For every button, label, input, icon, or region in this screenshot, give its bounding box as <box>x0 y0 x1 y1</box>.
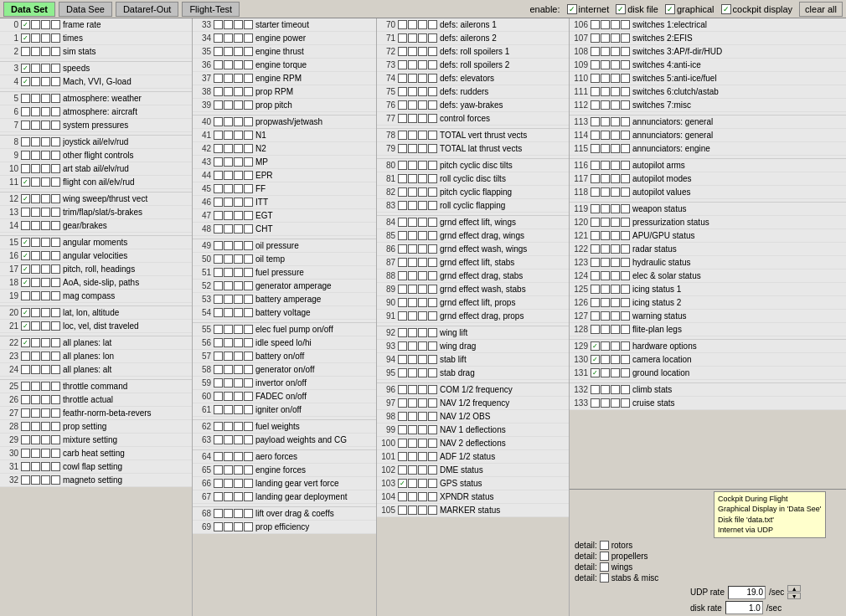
row-checkbox[interactable] <box>244 522 253 531</box>
row-checkbox[interactable] <box>601 368 610 377</box>
row-checkbox[interactable] <box>21 47 30 56</box>
row-checkbox[interactable] <box>611 100 620 110</box>
row-checkbox[interactable] <box>408 479 417 488</box>
row-checkbox[interactable] <box>224 74 233 83</box>
row-checkbox[interactable] <box>408 425 417 434</box>
row-checkbox[interactable] <box>234 224 243 234</box>
row-checkbox[interactable] <box>611 258 620 267</box>
row-checkbox[interactable] <box>621 298 630 307</box>
row-checkbox[interactable] <box>214 254 223 264</box>
row-checkbox[interactable] <box>21 449 30 458</box>
row-checkbox[interactable] <box>244 405 253 414</box>
row-checkbox[interactable] <box>611 131 620 140</box>
row-checkbox[interactable] <box>418 425 427 434</box>
row-checkbox[interactable] <box>621 33 630 43</box>
row-checkbox[interactable] <box>428 87 437 96</box>
row-checkbox[interactable] <box>611 271 620 280</box>
row-checkbox[interactable] <box>224 20 233 29</box>
row-checkbox[interactable] <box>408 298 417 307</box>
row-checkbox[interactable] <box>234 268 243 277</box>
row-checkbox[interactable] <box>41 382 50 391</box>
row-checkbox[interactable] <box>31 435 40 444</box>
row-checkbox[interactable] <box>234 308 243 317</box>
row-checkbox[interactable] <box>244 435 253 444</box>
row-checkbox[interactable] <box>408 33 417 43</box>
row-checkbox[interactable] <box>31 77 40 86</box>
row-checkbox[interactable] <box>591 244 600 254</box>
row-checkbox[interactable] <box>31 251 40 260</box>
row-checkbox[interactable] <box>408 20 417 29</box>
row-checkbox[interactable] <box>224 405 233 414</box>
row-checkbox[interactable] <box>51 47 60 56</box>
row-checkbox[interactable] <box>31 64 40 73</box>
row-checkbox[interactable] <box>31 462 40 471</box>
row-checkbox[interactable] <box>214 522 223 531</box>
row-checkbox[interactable] <box>601 398 610 408</box>
row-checkbox[interactable] <box>41 408 50 418</box>
row-checkbox[interactable] <box>244 20 253 29</box>
row-checkbox[interactable] <box>244 198 253 207</box>
row-checkbox[interactable] <box>21 264 30 274</box>
row-checkbox[interactable] <box>21 291 30 300</box>
row-checkbox[interactable] <box>600 541 609 550</box>
row-checkbox[interactable] <box>418 174 427 183</box>
row-checkbox[interactable] <box>408 271 417 280</box>
row-checkbox[interactable] <box>398 114 407 123</box>
row-checkbox[interactable] <box>398 60 407 69</box>
row-checkbox[interactable] <box>621 325 630 334</box>
row-checkbox[interactable] <box>224 117 233 126</box>
row-checkbox[interactable] <box>408 131 417 140</box>
row-checkbox[interactable] <box>408 201 417 210</box>
row-checkbox[interactable] <box>234 74 243 83</box>
row-checkbox[interactable] <box>408 368 417 377</box>
row-checkbox[interactable] <box>214 20 223 29</box>
row-checkbox[interactable] <box>428 412 437 421</box>
row-checkbox[interactable] <box>41 395 50 404</box>
row-checkbox[interactable] <box>591 74 600 83</box>
row-checkbox[interactable] <box>621 368 630 377</box>
row-checkbox[interactable] <box>408 285 417 294</box>
row-checkbox[interactable] <box>428 465 437 475</box>
row-checkbox[interactable] <box>621 100 630 110</box>
row-checkbox[interactable] <box>244 254 253 264</box>
enable-disk-file[interactable]: disk file <box>616 4 658 14</box>
row-checkbox[interactable] <box>51 352 60 361</box>
row-checkbox[interactable] <box>244 117 253 126</box>
row-checkbox[interactable] <box>244 47 253 56</box>
row-checkbox[interactable] <box>591 311 600 321</box>
row-checkbox[interactable] <box>244 33 253 43</box>
row-checkbox[interactable] <box>224 144 233 153</box>
row-checkbox[interactable] <box>31 264 40 274</box>
row-checkbox[interactable] <box>591 285 600 294</box>
row-checkbox[interactable] <box>398 47 407 56</box>
row-checkbox[interactable] <box>601 20 610 29</box>
row-checkbox[interactable] <box>408 492 417 501</box>
row-checkbox[interactable] <box>601 385 610 394</box>
tab-dataref-out[interactable]: Dataref-Out <box>116 2 178 17</box>
row-checkbox[interactable] <box>611 311 620 321</box>
enable-graphical[interactable]: graphical <box>665 4 714 14</box>
row-checkbox[interactable] <box>21 137 30 146</box>
row-checkbox[interactable] <box>41 352 50 361</box>
row-checkbox[interactable] <box>591 100 600 110</box>
row-checkbox[interactable] <box>428 328 437 337</box>
row-checkbox[interactable] <box>591 174 600 183</box>
row-checkbox[interactable] <box>224 281 233 290</box>
row-checkbox[interactable] <box>418 398 427 408</box>
row-checkbox[interactable] <box>611 341 620 351</box>
row-checkbox[interactable] <box>244 422 253 431</box>
row-checkbox[interactable] <box>398 341 407 351</box>
row-checkbox[interactable] <box>428 161 437 170</box>
row-checkbox[interactable] <box>234 295 243 304</box>
row-checkbox[interactable] <box>224 33 233 43</box>
row-checkbox[interactable] <box>601 298 610 307</box>
row-checkbox[interactable] <box>611 285 620 294</box>
row-checkbox[interactable] <box>224 254 233 264</box>
row-checkbox[interactable] <box>224 198 233 207</box>
row-checkbox[interactable] <box>621 204 630 213</box>
row-checkbox[interactable] <box>244 325 253 334</box>
row-checkbox[interactable] <box>214 338 223 347</box>
internet-checkbox[interactable] <box>567 4 577 14</box>
row-checkbox[interactable] <box>591 161 600 170</box>
row-checkbox[interactable] <box>418 87 427 96</box>
